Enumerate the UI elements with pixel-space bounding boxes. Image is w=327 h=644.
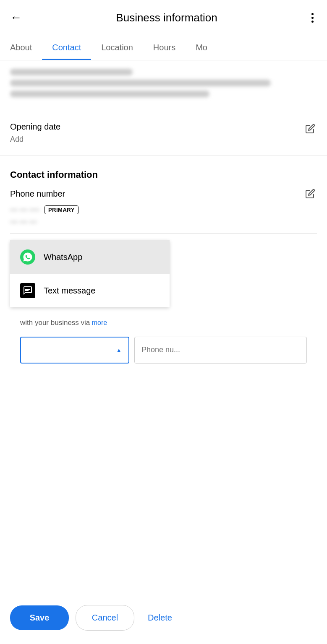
primary-badge: PRIMARY (44, 205, 78, 214)
tab-location[interactable]: Location (91, 35, 143, 60)
svg-rect-1 (25, 289, 30, 290)
phone-numbers-list: --- --- ---- PRIMARY --- --- --- (10, 205, 317, 226)
opening-date-label: Opening date (10, 122, 303, 132)
tab-about[interactable]: About (0, 35, 42, 60)
connect-info: with your business via more (10, 312, 317, 333)
select-arrow-icon: ▲ (116, 347, 122, 353)
phone-type-select[interactable]: ▲ (20, 337, 129, 364)
more-options-button[interactable] (308, 10, 317, 26)
page-title: Business information (29, 11, 305, 24)
phone-number-row-primary: --- --- ---- PRIMARY (10, 205, 317, 214)
cancel-button[interactable]: Cancel (76, 605, 134, 631)
app-header: ← Business information (0, 0, 327, 35)
whatsapp-label: WhatsApp (44, 252, 82, 262)
delete-button[interactable]: Delete (141, 605, 179, 630)
tab-hours[interactable]: Hours (143, 35, 186, 60)
add-phone-row: ▲ (10, 333, 317, 367)
opening-date-value: Add (10, 135, 303, 144)
phone-number-section: Phone number --- --- ---- PRIMARY --- --… (0, 187, 327, 367)
phone-number-value-secondary: --- --- --- (10, 218, 37, 226)
opening-date-edit-button[interactable] (303, 122, 317, 135)
tab-bar: About Contact Location Hours Mo (0, 35, 327, 60)
phone-number-edit-button[interactable] (303, 187, 317, 200)
back-button[interactable]: ← (7, 8, 25, 28)
text-message-option[interactable]: Text message (10, 274, 170, 307)
text-message-icon (20, 283, 35, 298)
connect-text: with your business via (20, 319, 90, 327)
tab-more[interactable]: Mo (186, 35, 217, 60)
bottom-action-bar: Save Cancel Delete (0, 597, 327, 644)
phone-number-input[interactable] (134, 337, 307, 364)
divider (10, 233, 317, 234)
tab-contact[interactable]: Contact (42, 35, 91, 60)
contact-info-heading: Contact information (0, 156, 327, 187)
svg-rect-2 (25, 290, 29, 291)
contact-method-dropdown: WhatsApp Text message (10, 240, 170, 307)
blurred-description (0, 60, 327, 110)
phone-number-label: Phone number (10, 189, 65, 199)
phone-number-value-primary: --- --- ---- (10, 205, 39, 214)
text-message-label: Text message (44, 286, 95, 296)
opening-date-section: Opening date Add (0, 110, 327, 156)
connect-more-link[interactable]: more (92, 319, 107, 326)
phone-number-row-secondary: --- --- --- (10, 218, 317, 226)
main-content: Opening date Add Contact information Pho… (0, 60, 327, 417)
whatsapp-option[interactable]: WhatsApp (10, 240, 170, 274)
save-button[interactable]: Save (10, 605, 69, 630)
whatsapp-icon (20, 249, 35, 265)
